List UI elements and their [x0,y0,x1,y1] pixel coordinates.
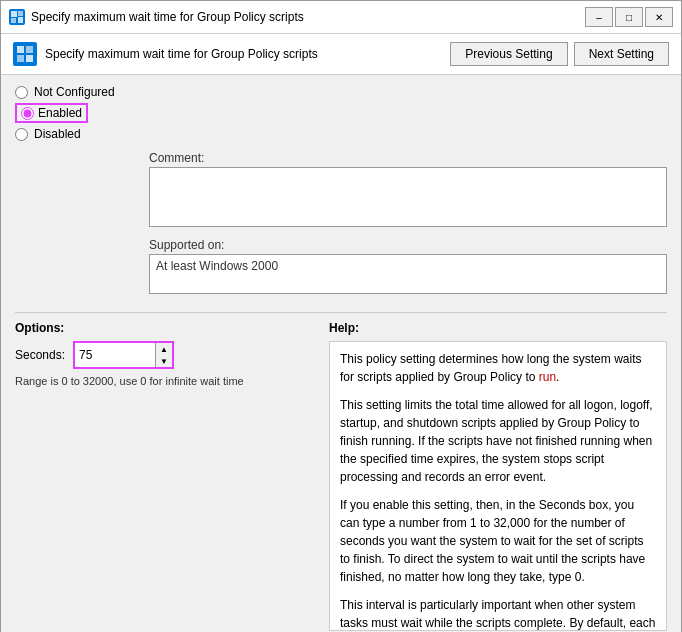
svg-rect-4 [17,46,24,53]
form-section: Comment: Supported on: At least Windows … [15,151,667,302]
enabled-label: Enabled [38,106,82,120]
comment-label: Comment: [149,151,667,165]
nav-buttons: Previous Setting Next Setting [450,42,669,66]
disabled-label: Disabled [34,127,81,141]
header-left: Specify maximum wait time for Group Poli… [13,42,318,66]
options-title: Options: [15,321,315,335]
help-paragraph-4: This interval is particularly important … [340,596,656,631]
help-paragraph-2: This setting limits the total time allow… [340,396,656,486]
spinbox-arrows: ▲ ▼ [155,343,172,367]
help-section: Help: This policy setting determines how… [329,321,667,631]
header-icon [13,42,37,66]
window-title: Specify maximum wait time for Group Poli… [31,10,579,24]
previous-setting-button[interactable]: Previous Setting [450,42,567,66]
comment-textarea[interactable] [149,167,667,227]
main-window: Specify maximum wait time for Group Poli… [0,0,682,632]
divider [15,312,667,313]
help-text-box[interactable]: This policy setting determines how long … [329,341,667,631]
seconds-label: Seconds: [15,348,65,362]
close-button[interactable]: ✕ [645,7,673,27]
spin-up-button[interactable]: ▲ [156,343,172,355]
window-icon [9,9,25,25]
seconds-input[interactable] [75,343,155,367]
not-configured-option[interactable]: Not Configured [15,85,667,99]
supported-value: At least Windows 2000 [149,254,667,294]
svg-rect-0 [11,11,17,17]
not-configured-radio[interactable] [15,86,28,99]
help-paragraph-1: This policy setting determines how long … [340,350,656,386]
help-paragraph-3: If you enable this setting, then, in the… [340,496,656,586]
maximize-button[interactable]: □ [615,7,643,27]
svg-rect-3 [18,17,23,23]
spin-down-button[interactable]: ▼ [156,355,172,367]
enabled-radio[interactable] [21,107,34,120]
supported-label: Supported on: [149,238,667,252]
supported-group: Supported on: At least Windows 2000 [149,238,667,294]
comment-group: Comment: [149,151,667,230]
options-section: Options: Seconds: ▲ ▼ Range is 0 to 3200… [15,321,315,631]
dialog-header: Specify maximum wait time for Group Poli… [1,34,681,75]
enabled-wrapper: Enabled [15,103,88,123]
dialog-title: Specify maximum wait time for Group Poli… [45,47,318,61]
svg-rect-7 [26,55,33,62]
svg-rect-2 [11,18,16,23]
dialog-content: Not Configured Enabled Disabled Comment: [1,75,681,632]
svg-rect-5 [26,46,33,53]
help-title: Help: [329,321,667,335]
disabled-radio[interactable] [15,128,28,141]
range-text: Range is 0 to 32000, use 0 for infinite … [15,375,315,387]
next-setting-button[interactable]: Next Setting [574,42,669,66]
window-controls: – □ ✕ [585,7,673,27]
seconds-row: Seconds: ▲ ▼ [15,341,315,369]
svg-rect-6 [17,55,24,62]
enabled-option[interactable]: Enabled [15,103,667,123]
disabled-option[interactable]: Disabled [15,127,667,141]
form-fields: Comment: Supported on: At least Windows … [149,151,667,302]
title-bar: Specify maximum wait time for Group Poli… [1,1,681,34]
svg-rect-1 [18,11,23,16]
radio-group: Not Configured Enabled Disabled [15,85,667,141]
minimize-button[interactable]: – [585,7,613,27]
seconds-spinbox: ▲ ▼ [73,341,174,369]
options-help-section: Options: Seconds: ▲ ▼ Range is 0 to 3200… [15,321,667,631]
not-configured-label: Not Configured [34,85,115,99]
